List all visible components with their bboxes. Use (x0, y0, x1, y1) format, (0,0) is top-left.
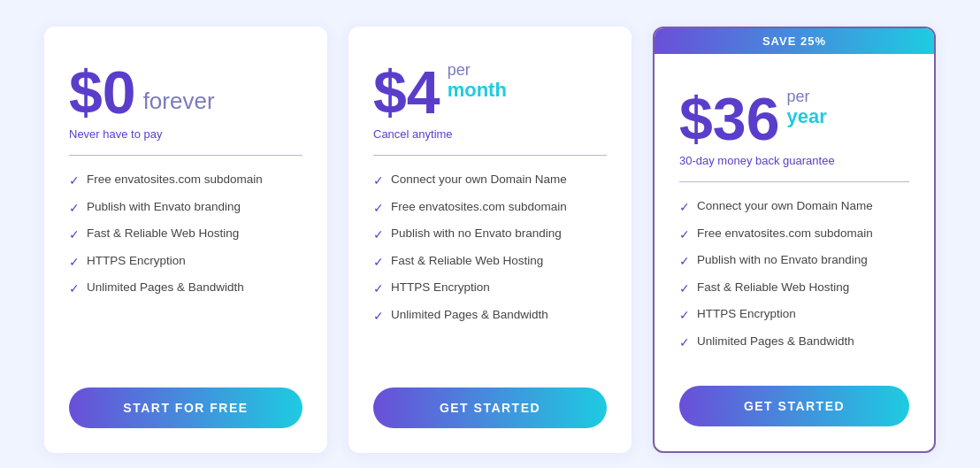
feature-item: ✓ Fast & Reliable Web Hosting (679, 280, 909, 298)
price-tagline: Never have to pay (69, 127, 302, 141)
feature-text: HTTPS Encryption (87, 253, 186, 270)
feature-item: ✓ Fast & Reliable Web Hosting (373, 253, 607, 272)
feature-item: ✓ HTTPS Encryption (373, 280, 607, 298)
pricing-card-free: $0foreverNever have to pay ✓ Free envato… (44, 27, 327, 453)
price-tagline: 30-day money back guarantee (679, 154, 909, 167)
check-icon: ✓ (679, 307, 690, 325)
feature-item: ✓ Publish with no Envato branding (373, 226, 607, 244)
price-row: $4permonth (373, 62, 607, 122)
check-icon: ✓ (679, 253, 690, 271)
feature-text: Unlimited Pages & Bandwidth (697, 334, 854, 350)
features-list: ✓ Connect your own Domain Name ✓ Free en… (373, 172, 607, 363)
feature-item: ✓ Free envatosites.com subdomain (69, 172, 302, 190)
feature-text: Fast & Reliable Web Hosting (391, 253, 543, 270)
feature-text: Connect your own Domain Name (697, 198, 873, 215)
feature-item: ✓ Unlimited Pages & Bandwidth (373, 307, 607, 326)
check-icon: ✓ (69, 200, 80, 218)
feature-text: Publish with no Envato branding (697, 252, 868, 269)
feature-item: ✓ Free envatosites.com subdomain (373, 199, 607, 218)
feature-text: Unlimited Pages & Bandwidth (391, 307, 548, 324)
feature-text: Fast & Reliable Web Hosting (697, 280, 849, 296)
price-tagline: Cancel anytime (373, 127, 607, 141)
check-icon: ✓ (373, 280, 384, 298)
cta-button-yearly[interactable]: GET STARTED (679, 386, 909, 426)
check-icon: ✓ (69, 226, 80, 244)
divider (373, 155, 607, 156)
pricing-container: $0foreverNever have to pay ✓ Free envato… (9, 0, 971, 468)
feature-item: ✓ Publish with no Envato branding (679, 252, 909, 271)
cta-button-free[interactable]: START FOR FREE (69, 387, 302, 428)
check-icon: ✓ (373, 173, 384, 190)
price-period-main: month (448, 80, 507, 101)
price-period: peryear (786, 88, 826, 133)
feature-item: ✓ HTTPS Encryption (679, 306, 909, 325)
pricing-card-monthly: $4permonthCancel anytime ✓ Connect your … (348, 27, 632, 453)
check-icon: ✓ (69, 280, 80, 298)
feature-text: HTTPS Encryption (697, 306, 796, 323)
feature-item: ✓ Unlimited Pages & Bandwidth (69, 280, 302, 298)
feature-text: Free envatosites.com subdomain (391, 199, 567, 216)
divider (69, 155, 302, 156)
save-badge: SAVE 25% (655, 28, 934, 54)
price-row: $36peryear (679, 88, 909, 149)
check-icon: ✓ (373, 226, 384, 244)
price-forever: forever (143, 88, 215, 122)
price-period-top: per (786, 88, 826, 106)
check-icon: ✓ (373, 308, 384, 326)
feature-item: ✓ Fast & Reliable Web Hosting (69, 226, 302, 244)
feature-item: ✓ Unlimited Pages & Bandwidth (679, 334, 909, 352)
feature-text: Unlimited Pages & Bandwidth (87, 280, 244, 296)
price-period-sub: year (786, 106, 826, 127)
divider (679, 181, 909, 182)
check-icon: ✓ (69, 173, 80, 190)
feature-item: ✓ Free envatosites.com subdomain (679, 226, 909, 244)
price-period: permonth (448, 62, 507, 106)
feature-text: Free envatosites.com subdomain (697, 226, 873, 242)
cta-button-monthly[interactable]: GET STARTED (373, 387, 607, 428)
price-amount: $0 (69, 62, 136, 122)
feature-text: Fast & Reliable Web Hosting (87, 226, 239, 242)
feature-text: Publish with no Envato branding (391, 226, 562, 242)
feature-item: ✓ Connect your own Domain Name (373, 172, 607, 190)
price-period-top: per (448, 62, 507, 80)
price-amount: $4 (373, 62, 440, 122)
feature-item: ✓ Publish with Envato branding (69, 199, 302, 218)
feature-text: Connect your own Domain Name (391, 172, 567, 188)
check-icon: ✓ (373, 200, 384, 218)
check-icon: ✓ (373, 254, 384, 272)
feature-text: Free envatosites.com subdomain (87, 172, 263, 188)
feature-text: Publish with Envato branding (87, 199, 241, 216)
pricing-card-yearly: SAVE 25%$36peryear30-day money back guar… (653, 27, 936, 453)
check-icon: ✓ (679, 280, 690, 298)
price-amount: $36 (679, 88, 779, 149)
check-icon: ✓ (69, 254, 80, 272)
feature-text: HTTPS Encryption (391, 280, 490, 296)
features-list: ✓ Free envatosites.com subdomain ✓ Publi… (69, 172, 302, 363)
feature-item: ✓ Connect your own Domain Name (679, 198, 909, 217)
check-icon: ✓ (679, 334, 690, 352)
price-row: $0forever (69, 62, 302, 122)
feature-item: ✓ HTTPS Encryption (69, 253, 302, 272)
check-icon: ✓ (679, 226, 690, 244)
features-list: ✓ Connect your own Domain Name ✓ Free en… (679, 198, 909, 361)
check-icon: ✓ (679, 199, 690, 217)
